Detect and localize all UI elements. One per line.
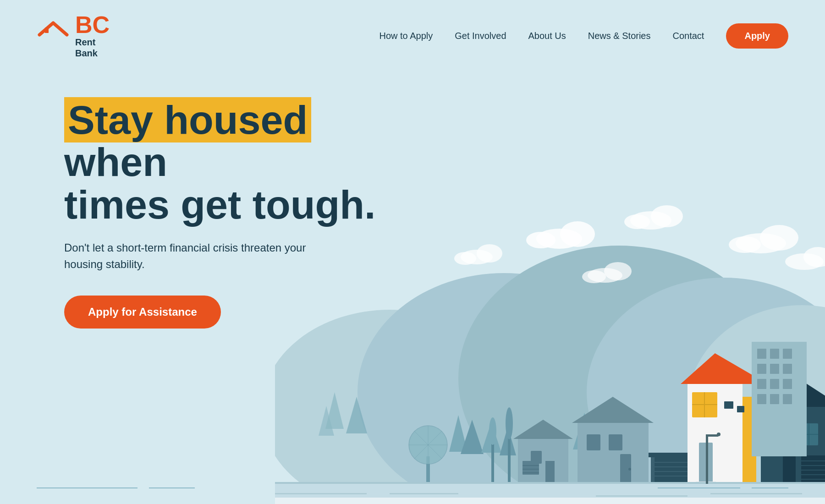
svg-rect-117 — [706, 434, 708, 484]
svg-rect-45 — [545, 461, 555, 484]
svg-rect-96 — [770, 364, 779, 374]
svg-point-15 — [729, 236, 761, 253]
svg-point-23 — [582, 270, 606, 283]
svg-point-12 — [624, 214, 650, 229]
svg-point-11 — [651, 205, 683, 227]
bottom-line-1 — [37, 488, 138, 488]
bottom-lines — [37, 488, 788, 488]
logo-house-icon — [37, 20, 70, 51]
svg-rect-72 — [724, 401, 733, 409]
hero-content: Stay housed when times get tough. Don't … — [64, 99, 412, 329]
svg-rect-93 — [770, 349, 779, 359]
logo[interactable]: BC Rent Bank — [37, 13, 110, 59]
svg-point-41 — [506, 407, 513, 439]
svg-rect-101 — [757, 394, 766, 404]
svg-rect-115 — [710, 493, 802, 494]
svg-rect-102 — [770, 394, 779, 404]
bottom-line-2 — [149, 488, 195, 488]
nav-item-get-involved[interactable]: Get Involved — [455, 31, 506, 41]
svg-point-17 — [477, 244, 502, 263]
svg-rect-112 — [275, 493, 367, 494]
hero-title: Stay housed when times get tough. — [64, 99, 412, 226]
hero-subtitle: Don't let a short-term financial crisis … — [64, 240, 330, 273]
svg-rect-98 — [757, 379, 766, 389]
svg-rect-100 — [783, 379, 792, 389]
logo-rentbank: Rent Bank — [75, 37, 110, 59]
svg-rect-97 — [783, 364, 792, 374]
svg-rect-114 — [596, 495, 688, 497]
nav-item-contact[interactable]: Contact — [673, 31, 704, 41]
svg-rect-56 — [609, 434, 622, 450]
bottom-line-3 — [658, 488, 740, 488]
svg-point-9 — [526, 232, 556, 248]
svg-point-119 — [717, 433, 720, 436]
svg-rect-53 — [578, 422, 649, 484]
svg-point-22 — [604, 262, 632, 280]
hero-section: Stay housed when times get tough. Don't … — [0, 71, 825, 504]
main-nav: How to Apply Get Involved About Us News … — [379, 23, 788, 49]
svg-rect-0 — [45, 27, 49, 33]
svg-rect-73 — [737, 406, 744, 412]
logo-bc: BC — [75, 13, 110, 37]
svg-point-58 — [628, 468, 631, 471]
svg-rect-116 — [275, 498, 825, 504]
nav-apply-button[interactable]: Apply — [726, 23, 788, 49]
svg-rect-84 — [783, 456, 796, 484]
nav-item-how-to-apply[interactable]: How to Apply — [379, 31, 433, 41]
nav-item-about-us[interactable]: About Us — [528, 31, 566, 41]
svg-rect-118 — [706, 434, 719, 437]
logo-text: BC Rent Bank — [75, 13, 110, 59]
svg-rect-94 — [783, 349, 792, 359]
nav-item-news-stories[interactable]: News & Stories — [588, 31, 651, 41]
svg-rect-111 — [275, 482, 825, 484]
header: BC Rent Bank How to Apply Get Involved A… — [0, 0, 825, 71]
tall-building-right — [752, 342, 807, 456]
svg-point-14 — [760, 225, 798, 251]
svg-point-39 — [489, 417, 496, 445]
bottom-line-spacer — [206, 488, 646, 488]
svg-point-18 — [454, 252, 476, 265]
svg-rect-99 — [770, 379, 779, 389]
svg-rect-92 — [757, 349, 766, 359]
svg-rect-55 — [587, 434, 600, 450]
svg-rect-113 — [390, 493, 458, 494]
bottom-line-4 — [752, 488, 788, 488]
svg-rect-103 — [783, 394, 792, 404]
hero-title-highlight: Stay housed — [64, 97, 311, 142]
apply-for-assistance-button[interactable]: Apply for Assistance — [64, 296, 221, 329]
svg-point-8 — [560, 221, 595, 247]
svg-rect-95 — [757, 364, 766, 374]
